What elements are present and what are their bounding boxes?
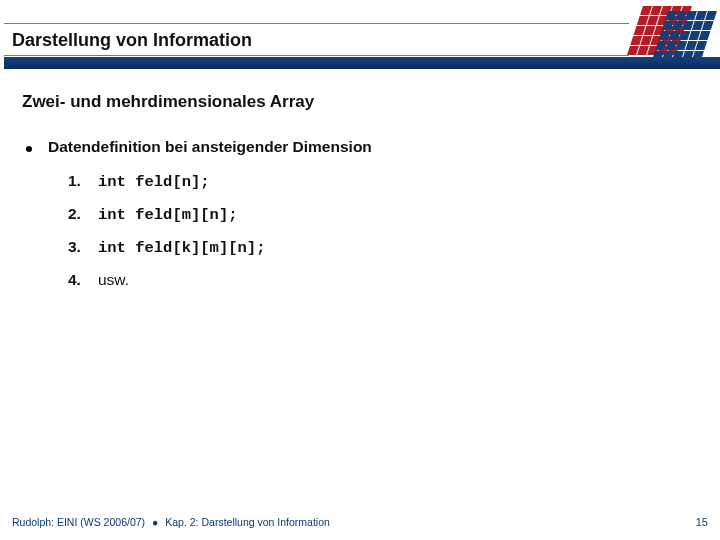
item-text: usw.	[98, 271, 129, 289]
item-number: 1.	[68, 172, 86, 190]
item-number: 2.	[68, 205, 86, 223]
divider-top	[4, 23, 629, 24]
item-code: int feld[n];	[98, 173, 210, 191]
list-item: 2. int feld[m][n];	[68, 205, 698, 224]
item-number: 4.	[68, 271, 86, 289]
logo-graphic	[630, 5, 712, 57]
header-bar	[4, 57, 720, 69]
numbered-list: 1. int feld[n]; 2. int feld[m][n]; 3. in…	[68, 172, 698, 289]
list-item: 3. int feld[k][m][n];	[68, 238, 698, 257]
footer: Rudolph: EINI (WS 2006/07) ● Kap. 2: Dar…	[12, 516, 708, 528]
bullet-icon	[26, 146, 32, 152]
footer-left: Rudolph: EINI (WS 2006/07) ● Kap. 2: Dar…	[12, 516, 330, 528]
subtitle: Zwei- und mehrdimensionales Array	[22, 92, 698, 112]
page-number: 15	[696, 516, 708, 528]
list-item: 1. int feld[n];	[68, 172, 698, 191]
bullet-line: Datendefinition bei ansteigender Dimensi…	[26, 138, 698, 156]
item-code: int feld[m][n];	[98, 206, 238, 224]
footer-author: Rudolph: EINI (WS 2006/07)	[12, 516, 145, 528]
item-code: int feld[k][m][n];	[98, 239, 265, 257]
body: Zwei- und mehrdimensionales Array Datend…	[22, 92, 698, 303]
header: Darstellung von Information	[0, 0, 720, 62]
list-item: 4. usw.	[68, 271, 698, 289]
item-number: 3.	[68, 238, 86, 256]
divider-bottom	[4, 55, 629, 56]
page-title: Darstellung von Information	[12, 30, 252, 51]
footer-chapter: Kap. 2: Darstellung von Information	[165, 516, 330, 528]
bullet-text: Datendefinition bei ansteigender Dimensi…	[48, 138, 372, 156]
slide: Darstellung von Information Zwei- und me…	[0, 0, 720, 540]
footer-dot-icon: ●	[152, 516, 158, 528]
